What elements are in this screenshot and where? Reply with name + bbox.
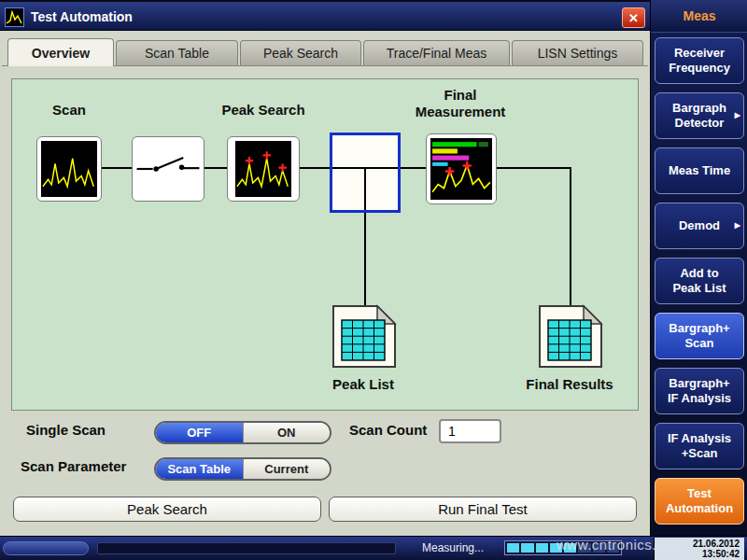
junction-vertical-line xyxy=(364,167,366,210)
status-progress-track xyxy=(97,542,396,554)
tab-trace-final-meas[interactable]: Trace/Final Meas xyxy=(363,40,510,65)
softkey-meas-time[interactable]: Meas Time xyxy=(655,147,744,194)
softkey-add-to-peak-list[interactable]: Add to Peak List xyxy=(655,258,744,304)
status-text: Measuring... xyxy=(422,541,484,554)
softkey-demod[interactable]: Demod ▶ xyxy=(655,203,744,249)
tab-lisn-settings[interactable]: LISN Settings xyxy=(512,40,643,65)
softkey-if-analysis-scan[interactable]: IF Analysis +Scan xyxy=(655,423,744,469)
submenu-arrow-icon: ▶ xyxy=(735,218,740,233)
run-final-test-button[interactable]: Run Final Test xyxy=(329,497,637,522)
single-scan-off-option[interactable]: OFF xyxy=(156,423,243,442)
window-title: Test Automation xyxy=(31,9,133,24)
spectrum-app-icon xyxy=(5,7,24,27)
final-measurement-step-icon[interactable] xyxy=(426,133,497,204)
titlebar: Test Automation ✕ xyxy=(0,0,650,31)
current-option[interactable]: Current xyxy=(243,459,331,479)
selected-step-box[interactable] xyxy=(330,133,401,213)
single-scan-toggle: OFF ON xyxy=(154,421,331,444)
scan-count-label: Scan Count xyxy=(349,422,427,438)
switch-step-icon[interactable] xyxy=(132,136,204,202)
softkey-bargraph-if-analysis[interactable]: Bargraph+ IF Analysis xyxy=(655,368,744,414)
measurement-progress-bar xyxy=(504,540,622,555)
close-icon: ✕ xyxy=(628,11,639,25)
softkey-bargraph-detector[interactable]: Bargraph Detector ▶ xyxy=(655,92,744,139)
single-scan-on-option[interactable]: ON xyxy=(243,423,331,442)
screen: Test Automation ✕ Overview Scan Table Pe… xyxy=(0,0,747,560)
scan-table-option[interactable]: Scan Table xyxy=(156,459,243,479)
softkey-test-automation[interactable]: Test Automation xyxy=(655,478,744,525)
scan-parameter-label: Scan Parameter xyxy=(21,458,126,474)
status-left-bar xyxy=(3,541,89,555)
single-scan-label: Single Scan xyxy=(26,422,106,438)
softkey-bargraph-scan[interactable]: Bargraph+ Scan xyxy=(655,313,744,359)
close-button[interactable]: ✕ xyxy=(622,7,645,28)
date-text: 21.06.2012 xyxy=(659,539,740,549)
final-results-label: Final Results xyxy=(514,376,626,393)
final-results-connector-line xyxy=(570,167,571,306)
tab-peak-search[interactable]: Peak Search xyxy=(240,40,361,65)
peak-list-connector-line xyxy=(364,213,366,306)
peak-search-label: Peak Search xyxy=(212,102,315,119)
peak-search-button[interactable]: Peak Search xyxy=(13,497,321,522)
peak-search-step-icon[interactable] xyxy=(227,136,300,202)
status-bar: Measuring... 21.06.2012 13:50:42 xyxy=(0,536,747,560)
main-area: Overview Scan Table Peak Search Trace/Fi… xyxy=(0,31,650,536)
menu-title: Meas xyxy=(651,0,747,33)
tab-overview[interactable]: Overview xyxy=(7,38,114,66)
scan-step-icon[interactable] xyxy=(36,136,102,202)
peak-list-label: Peak List xyxy=(307,376,419,393)
scan-label: Scan xyxy=(36,102,102,119)
scan-count-input[interactable] xyxy=(439,419,501,443)
final-results-icon[interactable] xyxy=(536,304,605,373)
time-text: 13:50:42 xyxy=(659,549,740,559)
overview-diagram-panel: Scan Peak Search Final Measurement xyxy=(11,78,639,411)
softkey-receiver-frequency[interactable]: Receiver Frequency xyxy=(655,37,744,84)
final-measurement-label: Final Measurement xyxy=(404,87,516,120)
tab-scan-table[interactable]: Scan Table xyxy=(116,40,238,65)
datetime-display: 21.06.2012 13:50:42 xyxy=(654,538,744,560)
peak-list-icon[interactable] xyxy=(330,304,399,373)
scan-parameter-toggle: Scan Table Current xyxy=(154,457,331,481)
softkey-menu: Meas Receiver Frequency Bargraph Detecto… xyxy=(650,0,747,536)
submenu-arrow-icon: ▶ xyxy=(735,108,740,123)
